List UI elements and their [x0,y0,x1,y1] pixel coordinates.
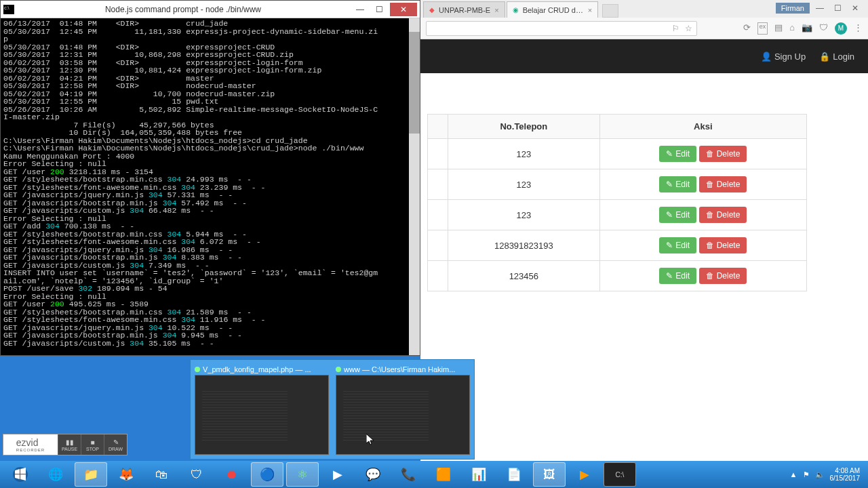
phone-cell: 123456 [448,261,600,291]
draw-button[interactable]: ✎DRAW [104,434,127,455]
word-icon[interactable]: 📄 [498,462,530,487]
browser-close-button[interactable]: ✕ [848,1,863,15]
action-cell: ✎ Edit 🗑 Delete [599,169,806,200]
action-center-icon[interactable]: ⚑ [803,470,810,479]
edit-button[interactable]: ✎ Edit [659,268,696,284]
app-dot-icon [336,367,341,372]
extension-icon[interactable]: ⟳ [743,22,751,35]
tray-up-icon[interactable]: ▲ [790,470,797,479]
table-row: 123✎ Edit 🗑 Delete [428,139,807,169]
delete-button[interactable]: 🗑 Delete [699,207,747,223]
row-blank [428,169,448,200]
page-content: No.Telepon Aksi 123✎ Edit 🗑 Delete123✎ E… [420,73,868,298]
avatar[interactable]: M [835,22,847,35]
camera-icon[interactable]: 📷 [802,22,812,35]
user-icon: 👤 [761,52,772,62]
preview-thumb[interactable]: www — C:\Users\Firman Hakim... [336,364,470,455]
terminal-titlebar[interactable]: Node.js command prompt - node ./bin/www … [1,1,420,18]
minimize-button[interactable]: — [352,3,368,16]
tab-unpar[interactable]: ◆ UNPAR-PMB-E × [423,1,505,18]
action-cell: ✎ Edit 🗑 Delete [599,261,806,291]
translate-icon[interactable]: ⚐ [672,24,679,33]
preview-thumb[interactable]: V_pmdk_konfig_mapel.php — ... [195,364,329,455]
start-button[interactable] [4,462,37,487]
delete-button[interactable]: 🗑 Delete [699,237,747,253]
atom-icon[interactable]: ⚛ [286,462,319,487]
terminal-scrollbar[interactable] [409,18,420,355]
delete-button[interactable]: 🗑 Delete [699,146,747,162]
clock[interactable]: 4:08 AM 6/15/2017 [830,467,861,482]
login-link[interactable]: 🔒Login [819,52,854,62]
phone-cell: 123 [448,139,600,169]
pencil-icon: ✎ [666,271,673,281]
favicon-icon: ◉ [513,6,519,14]
new-tab-button[interactable] [602,4,618,18]
screenrec-icon[interactable]: ⏺ [216,462,248,487]
table-header-phone: No.Telepon [448,115,600,139]
tab-belajar-crud[interactable]: ◉ Belajar CRUD dengan Vi × [507,1,598,18]
line-icon[interactable]: 💬 [357,462,389,487]
taskbar-preview: V_pmdk_konfig_mapel.php — ... www — C:\U… [190,359,475,460]
scroll-thumb[interactable] [409,32,420,134]
thumb-title: V_pmdk_konfig_mapel.php — ... [203,365,311,373]
pause-button[interactable]: ▮▮PAUSE [58,434,81,455]
ie-icon[interactable]: 🌐 [39,462,72,487]
thumb-image [336,375,470,455]
xampp-icon[interactable]: 🟧 [427,462,460,487]
pencil-icon: ✎ [666,149,673,159]
browser-window: ◆ UNPAR-PMB-E × ◉ Belajar CRUD dengan Vi… [420,0,868,461]
thumb-title: www — C:\Users\Firman Hakim... [344,365,455,373]
edit-button[interactable]: ✎ Edit [659,237,696,253]
maximize-button[interactable]: ☐ [371,3,387,16]
tab-close-icon[interactable]: × [494,6,498,14]
extension-icon[interactable]: ⌂ [789,22,795,35]
firefox-icon[interactable]: 🦊 [110,462,142,487]
close-button[interactable]: ✕ [390,3,417,16]
browser-minimize-button[interactable]: — [812,1,827,15]
stop-button[interactable]: ■STOP [81,434,104,455]
profile-chip[interactable]: Firman [776,3,810,14]
extension-icon[interactable]: ▤ [774,22,783,35]
table-row: 123456✎ Edit 🗑 Delete [428,261,807,291]
table-header-action: Aksi [599,115,806,139]
action-cell: ✎ Edit 🗑 Delete [599,139,806,169]
row-blank [428,200,448,230]
chrome-icon[interactable]: 🔵 [251,462,283,487]
bookmark-icon[interactable]: ☆ [685,24,692,33]
edit-button[interactable]: ✎ Edit [659,207,696,223]
network-icon[interactable]: 🔈 [815,470,825,479]
trash-icon: 🗑 [706,241,714,250]
pencil-icon: ✎ [666,210,673,220]
edit-button[interactable]: ✎ Edit [659,176,696,192]
extension-icon[interactable]: ex [757,22,768,35]
tab-close-icon[interactable]: × [588,6,592,14]
cmd-icon[interactable]: C:\ [604,462,636,487]
delete-button[interactable]: 🗑 Delete [699,176,747,192]
row-blank [428,139,448,169]
user-table: No.Telepon Aksi 123✎ Edit 🗑 Delete123✎ E… [427,114,807,291]
excel-icon[interactable]: 📊 [462,462,495,487]
phone-cell: 123 [448,169,600,200]
shield-icon[interactable]: 🛡 [819,22,828,35]
edit-button[interactable]: ✎ Edit [659,146,696,162]
app-icon[interactable]: 🖼 [533,462,566,487]
terminal-output[interactable]: 06/13/2017 01:48 PM <DIR> crud_jade05/30… [1,18,420,355]
phone-cell: 123 [448,200,600,230]
row-blank [428,261,448,291]
explorer-icon[interactable]: 📁 [75,462,107,487]
mediaplayer-icon[interactable]: ▶ [321,462,354,487]
signup-link[interactable]: 👤Sign Up [761,52,806,62]
delete-button[interactable]: 🗑 Delete [699,268,747,284]
tab-strip: ◆ UNPAR-PMB-E × ◉ Belajar CRUD dengan Vi… [420,0,868,18]
wmp-icon[interactable]: ▶ [568,462,601,487]
table-row: 123✎ Edit 🗑 Delete [428,169,807,200]
defender-icon[interactable]: 🛡 [180,462,213,487]
page-navbar: 👤Sign Up 🔒Login [420,39,868,73]
store-icon[interactable]: 🛍 [145,462,178,487]
address-bar[interactable]: ⚐ ☆ [426,21,697,36]
pencil-icon: ✎ [666,180,673,189]
browser-toolbar: ⚐ ☆ ⟳ ex ▤ ⌂ 📷 🛡 M ⋮ [420,18,868,39]
whatsapp-icon[interactable]: 📞 [392,462,425,487]
browser-maximize-button[interactable]: ☐ [830,1,845,15]
menu-icon[interactable]: ⋮ [854,22,863,35]
